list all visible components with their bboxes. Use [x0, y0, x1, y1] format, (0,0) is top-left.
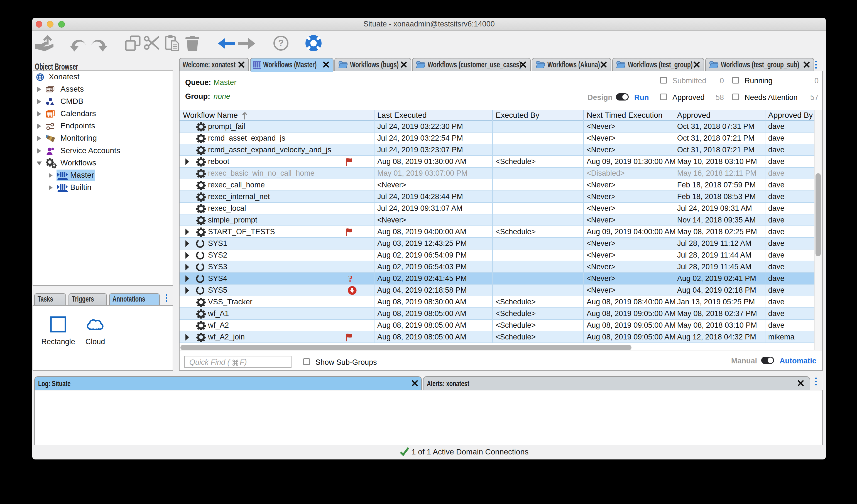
svg-text:?: ?: [278, 38, 284, 48]
